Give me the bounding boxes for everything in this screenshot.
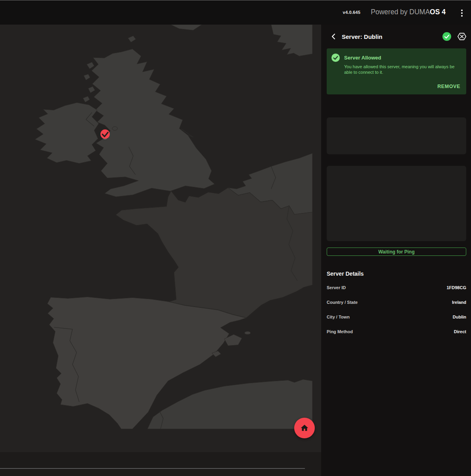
waiting-for-ping-button[interactable]: Waiting for Ping — [327, 248, 466, 256]
detail-label: Server ID — [327, 285, 346, 290]
alert-check-icon — [331, 54, 340, 62]
map-land-isle-of-man — [112, 127, 117, 130]
map-footer-strip — [0, 452, 321, 476]
map-scale-line — [0, 468, 305, 469]
deny-icon[interactable] — [458, 32, 466, 41]
kebab-menu-icon[interactable] — [460, 8, 464, 18]
powered-by-branding: Powered by DUMAOS 4 — [371, 8, 446, 16]
geo-filter-page: v4.0.645 Powered by DUMAOS 4 — [0, 0, 471, 476]
alert-body: You have allowed this server, meaning yo… — [344, 64, 461, 75]
detail-value: Direct — [454, 329, 466, 334]
detail-row-ping-method: Ping Method Direct — [327, 324, 466, 339]
detail-label: Country / State — [327, 300, 358, 305]
detail-label: City / Town — [327, 315, 350, 319]
dumaos-brand-text: OS 4 — [430, 8, 446, 16]
detail-row-server-id: Server ID 1FD98CG — [327, 280, 466, 295]
server-details-list: Server ID 1FD98CG Country / State Irelan… — [327, 280, 466, 339]
detail-value: 1FD98CG — [446, 285, 466, 290]
panel-title: Server: Dublin — [342, 33, 383, 40]
server-allowed-alert: Server Allowed You have allowed this ser… — [327, 48, 466, 94]
top-bar: v4.0.645 Powered by DUMAOS 4 — [0, 0, 471, 25]
server-details-panel: Server: Dublin — [321, 25, 471, 476]
map-land-ireland — [35, 103, 99, 163]
allow-check-icon[interactable] — [442, 32, 451, 41]
remove-button[interactable]: REMOVE — [437, 84, 460, 89]
detail-value: Ireland — [452, 300, 466, 305]
server-details-heading: Server Details — [327, 271, 364, 277]
back-icon[interactable] — [329, 32, 338, 41]
map-land-great-britain — [92, 49, 214, 197]
alert-title: Server Allowed — [344, 55, 381, 61]
world-map-svg — [0, 25, 321, 452]
map-land-north-africa — [147, 380, 312, 429]
map-home-button[interactable] — [294, 418, 315, 438]
geo-filter-map[interactable] — [0, 25, 321, 452]
detail-label: Ping Method — [327, 329, 353, 334]
home-icon — [300, 424, 309, 432]
powered-by-text: Powered by DUMA — [371, 8, 430, 16]
detail-row-country: Country / State Ireland — [327, 295, 466, 309]
firmware-version: v4.0.645 — [343, 10, 360, 15]
map-land-islet — [171, 25, 202, 30]
map-land-scandinavia — [271, 25, 312, 56]
ping-graph-card — [327, 117, 466, 154]
ping-history-card — [327, 166, 466, 241]
detail-value: Dublin — [453, 315, 466, 319]
detail-row-city: City / Town Dublin — [327, 309, 466, 324]
panel-header: Server: Dublin — [321, 25, 471, 48]
